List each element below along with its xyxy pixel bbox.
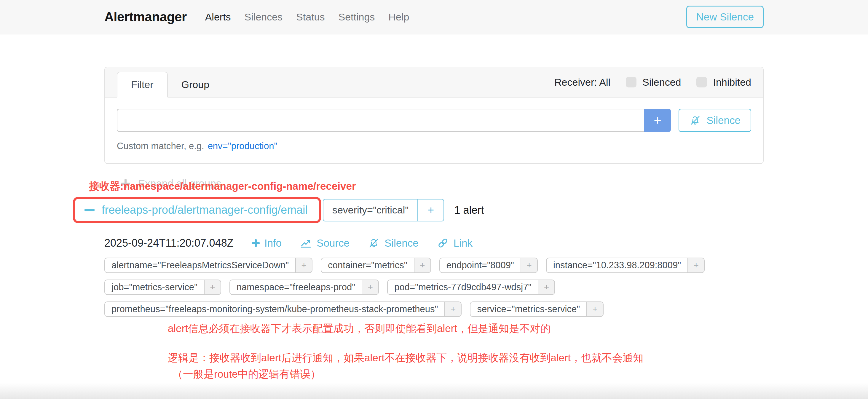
alert-action-link[interactable]: Link <box>437 237 472 249</box>
alert-label-text: pod="metrics-77d9cdb497-wdsj7" <box>387 280 538 295</box>
alert-label-chip: container="metrics"+ <box>321 257 431 273</box>
tab-group[interactable]: Group <box>168 72 223 97</box>
add-label-filter-button[interactable]: + <box>445 302 462 317</box>
navbar: Alertmanager AlertsSilencesStatusSetting… <box>0 0 868 34</box>
alert-label-chip: endpoint="8009"+ <box>439 257 538 273</box>
action-label: Info <box>265 237 282 249</box>
checkbox-label: Silenced <box>642 76 681 88</box>
group-matcher-add-button[interactable]: + <box>418 199 444 221</box>
alert-label-text: namespace="freeleaps-prod" <box>229 280 362 295</box>
alert-label-chip: alertname="FreeleapsMetricsServiceDown"+ <box>104 257 312 273</box>
annotation-highlight-box: freeleaps-prod/alertmanager-config/email <box>73 197 321 223</box>
app-brand: Alertmanager <box>104 9 187 24</box>
alert-timestamp: 2025-09-24T11:20:07.048Z <box>104 237 234 249</box>
state-filter-checkboxes: SilencedInhibited <box>626 76 751 88</box>
action-label: Source <box>317 237 349 249</box>
link-icon <box>437 237 449 249</box>
annotation-logic-note: 逻辑是：接收器收到alert后进行通知，如果alert不在接收器下，说明接收器没… <box>168 351 764 365</box>
main-nav: AlertsSilencesStatusSettingsHelp <box>205 11 423 23</box>
alert-label-text: job="metrics-service" <box>104 280 205 295</box>
alert-label-chip: pod="metrics-77d9cdb497-wdsj7"+ <box>387 280 555 295</box>
add-label-filter-button[interactable]: + <box>296 257 312 273</box>
matcher-input[interactable] <box>117 109 644 132</box>
group-matcher-text: severity="critical" <box>323 199 418 221</box>
main-content: Expand all groups 接收器:namespace/alterman… <box>104 178 764 381</box>
group-receiver-button[interactable]: freeleaps-prod/alertmanager-config/email <box>78 201 314 219</box>
alert-label-text: service="metrics-service" <box>470 302 587 317</box>
nav-item-settings[interactable]: Settings <box>339 11 375 23</box>
annotation-alert-note: alert信息必须在接收器下才表示配置成功，否则即使能看到alert，但是通知是… <box>168 321 764 336</box>
add-label-filter-button[interactable]: + <box>587 302 603 317</box>
new-silence-button[interactable]: New Silence <box>686 6 764 28</box>
add-label-filter-button[interactable]: + <box>538 280 555 295</box>
silence-from-filter-button[interactable]: Silence <box>679 109 751 132</box>
plus-icon <box>252 239 260 247</box>
bell-slash-icon <box>689 115 701 126</box>
alert-label-text: alertname="FreeleapsMetricsServiceDown" <box>104 257 296 273</box>
action-label: Link <box>454 237 472 249</box>
annotation-receiver-note: 接收器:namespace/altermanager-config-name/r… <box>89 179 356 193</box>
alert-action-info[interactable]: Info <box>252 237 282 249</box>
nav-item-alerts[interactable]: Alerts <box>205 11 231 23</box>
tab-filter[interactable]: Filter <box>117 72 168 97</box>
alert-count: 1 alert <box>454 204 484 216</box>
alert-label-text: instance="10.233.98.209:8009" <box>546 257 688 273</box>
alert-label-chip: instance="10.233.98.209:8009"+ <box>546 257 705 273</box>
group-receiver-label: freeleaps-prod/alertmanager-config/email <box>102 204 308 216</box>
add-label-filter-button[interactable]: + <box>521 257 538 273</box>
alert-action-silence[interactable]: Silence <box>368 237 418 249</box>
checkbox-icon[interactable] <box>696 77 707 87</box>
add-label-filter-button[interactable]: + <box>362 280 379 295</box>
add-label-filter-button[interactable]: + <box>205 280 221 295</box>
alert-label-text: endpoint="8009" <box>439 257 521 273</box>
bell-slash-icon <box>368 237 380 249</box>
alert-label-text: container="metrics" <box>321 257 414 273</box>
filter-card: Filter Group Receiver: All SilencedInhib… <box>104 67 764 164</box>
action-label: Silence <box>384 237 418 249</box>
add-matcher-button[interactable]: + <box>644 109 671 132</box>
add-label-filter-button[interactable]: + <box>688 257 705 273</box>
matcher-example-link[interactable]: env="production" <box>208 141 277 151</box>
custom-matcher-help: Custom matcher, e.g.env="production" <box>117 141 751 151</box>
alertmanager-page: Alertmanager AlertsSilencesStatusSetting… <box>0 0 868 399</box>
alert-label-chip: prometheus="freeleaps-monitoring-system/… <box>104 302 462 317</box>
alert-label-chip: job="metrics-service"+ <box>104 280 221 295</box>
nav-item-help[interactable]: Help <box>389 11 409 23</box>
receiver-filter-dropdown[interactable]: Receiver: All <box>554 76 610 88</box>
alert-label-chip: namespace="freeleaps-prod"+ <box>229 280 379 295</box>
nav-item-silences[interactable]: Silences <box>245 11 283 23</box>
bottom-fade <box>0 383 868 399</box>
alert-label-chip: service="metrics-service"+ <box>470 302 603 317</box>
alert-labels: alertname="FreeleapsMetricsServiceDown"+… <box>104 257 764 317</box>
filter-checkbox-inhibited[interactable]: Inhibited <box>696 76 751 88</box>
alert-actions: InfoSourceSilenceLink <box>252 237 472 249</box>
checkbox-icon[interactable] <box>626 77 637 87</box>
alert-action-source[interactable]: Source <box>300 237 349 249</box>
collapse-minus-icon <box>85 209 95 211</box>
alert-item: 2025-09-24T11:20:07.048Z InfoSourceSilen… <box>104 237 764 317</box>
chart-icon <box>300 237 312 249</box>
checkbox-label: Inhibited <box>713 76 751 88</box>
filter-card-header: Filter Group Receiver: All SilencedInhib… <box>105 67 763 97</box>
annotation-logic-note-2: （一般是route中的逻辑有错误） <box>173 367 764 381</box>
filter-card-body: + Silence Custom matcher, e.g.env="produ… <box>105 97 763 163</box>
add-label-filter-button[interactable]: + <box>414 257 431 273</box>
nav-item-status[interactable]: Status <box>296 11 324 23</box>
silence-button-label: Silence <box>707 115 741 126</box>
alert-label-text: prometheus="freeleaps-monitoring-system/… <box>104 302 445 317</box>
alert-group-row: freeleaps-prod/alertmanager-config/email… <box>73 197 764 223</box>
help-prefix-text: Custom matcher, e.g. <box>117 141 204 151</box>
group-matcher-chip: severity="critical" + <box>323 199 444 221</box>
filter-checkbox-silenced[interactable]: Silenced <box>626 76 681 88</box>
